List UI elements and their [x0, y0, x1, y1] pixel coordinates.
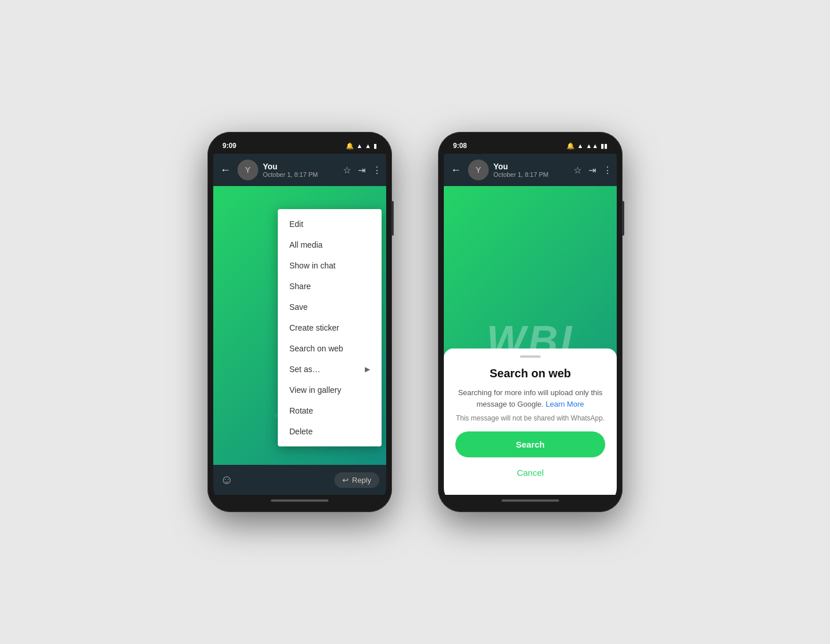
contact-name-1: You: [263, 162, 338, 172]
forward-icon-2[interactable]: ⇥: [588, 165, 596, 176]
status-icons-1: 🔔 ▲ ▲ ▮: [346, 142, 377, 150]
menu-item-show-in-chat[interactable]: Show in chat: [278, 255, 382, 276]
menu-item-edit[interactable]: Edit: [278, 214, 382, 234]
home-indicator-2: [444, 495, 617, 506]
menu-item-all-media[interactable]: All media: [278, 234, 382, 255]
sheet-description: Searching for more info will upload only…: [455, 387, 605, 410]
menu-item-save[interactable]: Save: [278, 297, 382, 317]
notification-icon: 🔔: [346, 142, 354, 150]
battery-icon-2: ▮▮: [601, 142, 608, 150]
home-bar-1: [271, 499, 329, 502]
header-date-2: October 1, 8:17 PM: [493, 171, 569, 178]
context-menu: Edit All media Show in chat Share Save C…: [278, 209, 382, 446]
menu-item-set-as[interactable]: Set as… ▶: [278, 359, 382, 380]
sheet-handle: [520, 355, 541, 358]
more-icon-2[interactable]: ⋮: [603, 165, 612, 176]
chat-body-1: 𝐖 WABETAINFO Edit All media Show in chat…: [213, 186, 386, 465]
forward-icon-1[interactable]: ⇥: [358, 165, 365, 176]
phone-1: 9:09 🔔 ▲ ▲ ▮ ← Y You October 1, 8:17 PM …: [207, 132, 392, 512]
star-icon-1[interactable]: ☆: [343, 165, 351, 176]
app-header-1: ← Y You October 1, 8:17 PM ☆ ⇥ ⋮: [213, 154, 386, 186]
menu-item-search-on-web[interactable]: Search on web: [278, 338, 382, 359]
header-info-1: You October 1, 8:17 PM: [263, 162, 338, 179]
phone-2: 9:08 🔔 ▲ ▲▲ ▮▮ ← Y You October 1, 8:17 P…: [438, 132, 622, 512]
reply-button-1[interactable]: ↩ Reply: [334, 472, 379, 488]
wifi-icon: ▲: [356, 142, 363, 149]
emoji-button-1[interactable]: ☺: [220, 472, 233, 487]
chat-bottom-1: ☺ ↩ Reply: [213, 465, 386, 495]
avatar-2: Y: [468, 160, 489, 180]
menu-item-create-sticker[interactable]: Create sticker: [278, 317, 382, 338]
back-button-2[interactable]: ←: [448, 162, 463, 179]
wifi-icon-2: ▲: [577, 142, 583, 149]
avatar-1: Y: [237, 160, 258, 180]
status-bar-2: 9:08 🔔 ▲ ▲▲ ▮▮: [444, 138, 617, 154]
reply-label-1: Reply: [352, 476, 371, 484]
menu-item-view-in-gallery[interactable]: View in gallery: [278, 380, 382, 400]
notification-icon-2: 🔔: [567, 142, 575, 150]
sheet-note: This message will not be shared with Wha…: [455, 414, 605, 422]
signal-icon: ▲: [365, 142, 371, 149]
home-bar-2: [501, 499, 559, 502]
more-icon-1[interactable]: ⋮: [372, 165, 382, 176]
menu-item-delete[interactable]: Delete: [278, 421, 382, 442]
sheet-title: Search on web: [455, 367, 605, 380]
header-date-1: October 1, 8:17 PM: [263, 171, 338, 178]
app-header-2: ← Y You October 1, 8:17 PM ☆ ⇥ ⋮: [444, 154, 617, 186]
contact-name-2: You: [493, 162, 569, 172]
menu-item-share[interactable]: Share: [278, 276, 382, 297]
signal-icon-2: ▲▲: [586, 142, 598, 149]
status-bar-1: 9:09 🔔 ▲ ▲ ▮: [213, 138, 386, 154]
chat-body-2: WBI WABETAINFO Search on web Searching f…: [444, 186, 617, 495]
header-actions-2: ☆ ⇥ ⋮: [574, 165, 612, 176]
status-time-2: 9:08: [453, 142, 467, 150]
cancel-button[interactable]: Cancel: [455, 462, 605, 483]
reply-icon: ↩: [342, 476, 349, 484]
home-indicator-1: [213, 495, 386, 506]
battery-icon: ▮: [373, 142, 377, 150]
status-time-1: 9:09: [222, 142, 236, 150]
submenu-arrow-icon: ▶: [365, 365, 370, 373]
header-actions-1: ☆ ⇥ ⋮: [343, 165, 382, 176]
search-button[interactable]: Search: [455, 431, 605, 457]
menu-item-rotate[interactable]: Rotate: [278, 400, 382, 421]
learn-more-link[interactable]: Learn More: [546, 400, 584, 408]
status-icons-2: 🔔 ▲ ▲▲ ▮▮: [567, 142, 608, 150]
back-button-1[interactable]: ←: [218, 162, 233, 179]
star-icon-2[interactable]: ☆: [574, 165, 582, 176]
header-info-2: You October 1, 8:17 PM: [493, 162, 569, 179]
search-on-web-sheet: Search on web Searching for more info wi…: [444, 348, 617, 495]
